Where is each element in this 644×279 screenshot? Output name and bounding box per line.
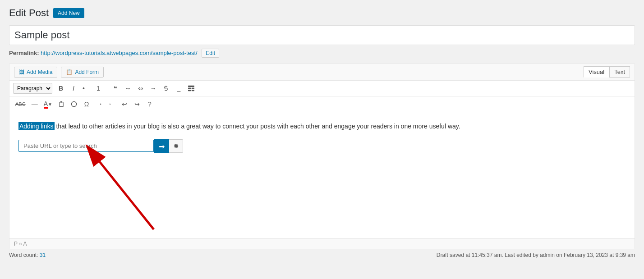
- strikethrough-button[interactable]: ABC: [13, 98, 28, 110]
- word-count-value: 31: [40, 252, 46, 258]
- blockquote-button[interactable]: ❝: [110, 82, 121, 94]
- svg-rect-5: [60, 102, 63, 107]
- indent-out-button[interactable]: [93, 98, 105, 110]
- link-button[interactable]: [160, 82, 172, 94]
- bold-button[interactable]: B: [55, 82, 67, 94]
- link-url-input[interactable]: [18, 140, 154, 152]
- page-title: Edit Post: [9, 7, 49, 19]
- editor-content[interactable]: Adding links that lead to other articles…: [9, 112, 635, 238]
- paste-icon: [58, 101, 64, 107]
- align-center-button[interactable]: ⇔: [135, 82, 147, 94]
- svg-rect-6: [60, 101, 62, 103]
- page-wrapper: Edit Post Add New Permalink: http://word…: [0, 0, 644, 279]
- svg-rect-1: [188, 87, 191, 89]
- editor-top-left: 🖼 Add Media 📋 Add Form: [14, 67, 104, 78]
- svg-rect-4: [191, 90, 194, 91]
- text-color-button[interactable]: A ▼: [41, 98, 55, 110]
- align-right-button[interactable]: →: [147, 82, 159, 94]
- paste-text-button[interactable]: [55, 98, 67, 110]
- redo-button[interactable]: ↪: [131, 98, 143, 110]
- media-icon: 🖼: [19, 69, 24, 75]
- editor-container: 🖼 Add Media 📋 Add Form Visual Text Parag…: [9, 63, 635, 249]
- editor-top-bar: 🖼 Add Media 📋 Add Form Visual Text: [9, 64, 635, 81]
- red-arrow: [64, 139, 181, 241]
- unordered-list-button[interactable]: •—: [80, 82, 93, 94]
- word-count-section: Word count: 31: [9, 252, 46, 258]
- omega-button[interactable]: Ω: [81, 98, 92, 110]
- post-title-input[interactable]: [9, 25, 635, 45]
- editor-footer: P » A: [9, 238, 635, 249]
- tab-text[interactable]: Text: [609, 66, 630, 78]
- indent-out-icon: [96, 101, 102, 107]
- add-media-button[interactable]: 🖼 Add Media: [14, 67, 57, 78]
- italic-button[interactable]: I: [68, 82, 79, 94]
- svg-rect-2: [191, 87, 194, 89]
- permalink-url[interactable]: http://wordpress-tutorials.atwebpages.co…: [41, 50, 198, 56]
- clear-button[interactable]: [68, 98, 80, 110]
- dash-button[interactable]: —: [29, 98, 41, 110]
- draft-status: Draft saved at 11:45:37 am. Last edited …: [437, 252, 635, 258]
- indent-in-button[interactable]: [106, 98, 118, 110]
- table-icon: [188, 85, 195, 91]
- clear-icon: [71, 101, 77, 107]
- svg-point-7: [71, 101, 76, 106]
- permalink-label: Permalink:: [9, 50, 39, 56]
- editor-text: Adding links that lead to other articles…: [18, 121, 626, 132]
- permalink-row: Permalink: http://wordpress-tutorials.at…: [9, 49, 635, 58]
- editor-body-text: that lead to other articles in your blog…: [55, 123, 460, 130]
- svg-rect-0: [188, 86, 194, 87]
- link-input-row: [18, 139, 626, 153]
- help-button[interactable]: ?: [144, 98, 156, 110]
- form-icon: 📋: [66, 69, 73, 75]
- align-left-button[interactable]: ↔: [122, 82, 134, 94]
- toolbar-row-2: ABC — A ▼ Ω: [9, 96, 635, 112]
- svg-rect-3: [188, 90, 191, 91]
- link-settings-button[interactable]: [169, 139, 183, 153]
- permalink-edit-button[interactable]: Edit: [202, 49, 219, 58]
- word-count-label: Word count:: [9, 252, 38, 258]
- hr-button[interactable]: ⎯: [173, 82, 184, 94]
- svg-line-9: [100, 162, 154, 229]
- ordered-list-button[interactable]: 1—: [94, 82, 109, 94]
- link-icon: [163, 85, 169, 91]
- editor-view-tabs: Visual Text: [584, 66, 630, 78]
- indent-in-icon: [109, 101, 115, 107]
- undo-button[interactable]: ↩: [119, 98, 130, 110]
- link-submit-button[interactable]: [154, 139, 169, 153]
- status-bar: Word count: 31 Draft saved at 11:45:37 a…: [9, 249, 635, 259]
- toolbar-row-1: Paragraph B I •— 1— ❝ ↔ ⇔ →: [9, 81, 635, 96]
- table-button[interactable]: [185, 82, 197, 94]
- page-title-row: Edit Post Add New: [9, 7, 635, 19]
- add-form-button[interactable]: 📋 Add Form: [61, 67, 104, 78]
- gear-icon: [173, 143, 179, 149]
- tab-visual[interactable]: Visual: [584, 66, 609, 78]
- path-label: P » A: [14, 241, 27, 247]
- enter-icon: [158, 143, 165, 149]
- add-new-button[interactable]: Add New: [53, 8, 84, 18]
- paragraph-select[interactable]: Paragraph: [13, 83, 52, 94]
- highlighted-text: Adding links: [18, 122, 55, 130]
